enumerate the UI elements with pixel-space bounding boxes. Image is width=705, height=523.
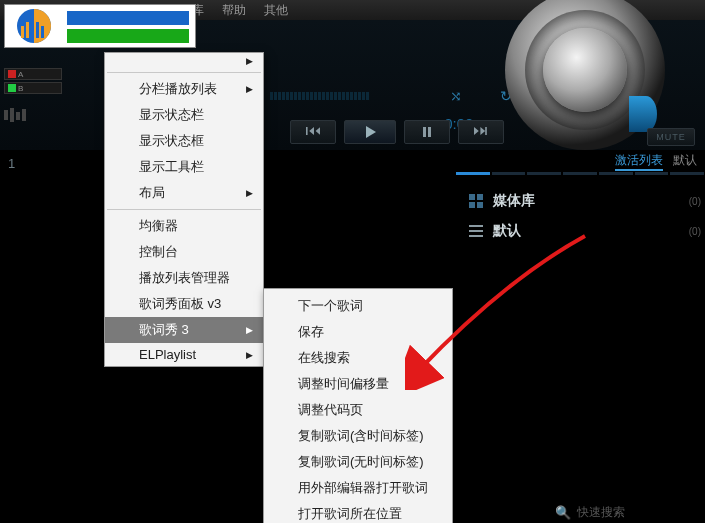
item-count: (0) [689, 196, 701, 207]
menu-item-console[interactable]: 控制台 [105, 239, 263, 265]
chevron-right-icon: ▶ [246, 56, 253, 66]
skip-back-icon [306, 127, 320, 137]
chevron-right-icon: ▶ [246, 350, 253, 360]
submenu-open-external-editor[interactable]: 用外部编辑器打开歌词 [264, 475, 452, 501]
view-context-menu: ▶ 分栏播放列表▶ 显示状态栏 显示状态框 显示工具栏 布局▶ 均衡器 控制台 … [104, 52, 264, 367]
svg-rect-18 [41, 26, 44, 38]
next-button[interactable] [458, 120, 504, 144]
svg-rect-9 [477, 202, 483, 208]
chevron-right-icon: ▶ [246, 188, 253, 198]
volume-knob[interactable] [505, 0, 665, 150]
right-list: 媒体库 (0) 默认 (0) [465, 186, 705, 246]
svg-rect-15 [26, 22, 29, 38]
list-item-label: 媒体库 [493, 192, 535, 210]
prev-button[interactable] [290, 120, 336, 144]
top-menu: 体库 帮助 其他 [180, 2, 288, 19]
menu-help[interactable]: 帮助 [222, 2, 246, 19]
skip-forward-icon [474, 127, 488, 137]
list-item-default[interactable]: 默认 (0) [465, 216, 705, 246]
transport-controls [290, 120, 504, 144]
play-icon [364, 126, 376, 138]
tab-default[interactable]: 默认 [673, 152, 697, 171]
submenu-copy-without-timestamps[interactable]: 复制歌词(无时间标签) [264, 449, 452, 475]
search-icon: 🔍 [555, 505, 571, 520]
menu-item[interactable]: ▶ [105, 53, 263, 69]
menu-item-statusbar[interactable]: 显示状态栏 [105, 102, 263, 128]
pause-icon [422, 127, 432, 137]
eq-icon[interactable] [4, 108, 62, 125]
tab-indicator-row [455, 172, 705, 176]
svg-rect-10 [469, 225, 483, 227]
svg-rect-4 [16, 112, 20, 120]
list-item-media-library[interactable]: 媒体库 (0) [465, 186, 705, 216]
submenu-save[interactable]: 保存 [264, 319, 452, 345]
list-item-label: 默认 [493, 222, 521, 240]
mute-button[interactable]: MUTE [647, 128, 695, 146]
quick-search[interactable]: 🔍 快速搜索 [555, 504, 625, 521]
submenu-copy-with-timestamps[interactable]: 复制歌词(含时间标签) [264, 423, 452, 449]
menu-separator [107, 72, 261, 73]
logo-bar-1 [67, 11, 189, 25]
playlist-tabs: 激活列表 默认 [615, 152, 705, 171]
menu-item-lyric-show-3[interactable]: 歌词秀 3▶ [105, 317, 263, 343]
menu-item-columns[interactable]: 分栏播放列表▶ [105, 76, 263, 102]
menu-item-toolbar[interactable]: 显示工具栏 [105, 154, 263, 180]
svg-rect-11 [469, 230, 483, 232]
svg-rect-7 [477, 194, 483, 200]
quick-search-label: 快速搜索 [577, 504, 625, 521]
svg-rect-16 [31, 18, 34, 38]
menu-separator [107, 209, 261, 210]
marker-a[interactable]: A [4, 68, 62, 80]
submenu-adjust-time-offset[interactable]: 调整时间偏移量 [264, 371, 452, 397]
svg-rect-6 [469, 194, 475, 200]
shuffle-button[interactable]: ⤭ [450, 88, 462, 104]
pause-button[interactable] [404, 120, 450, 144]
logo-bar-2 [67, 29, 189, 43]
menu-item-playlist-manager[interactable]: 播放列表管理器 [105, 265, 263, 291]
svg-rect-3 [10, 108, 14, 122]
submenu-adjust-codepage[interactable]: 调整代码页 [264, 397, 452, 423]
svg-rect-2 [4, 110, 8, 120]
menu-item-lyric-panel-v3[interactable]: 歌词秀面板 v3 [105, 291, 263, 317]
svg-rect-0 [423, 127, 426, 137]
svg-rect-17 [36, 22, 39, 38]
left-controls: A B [4, 68, 62, 125]
menu-item-layout[interactable]: 布局▶ [105, 180, 263, 206]
menu-item-statusbox[interactable]: 显示状态框 [105, 128, 263, 154]
list-icon [469, 224, 483, 238]
svg-rect-5 [22, 109, 26, 121]
chevron-right-icon: ▶ [246, 325, 253, 335]
chevron-right-icon: ▶ [246, 84, 253, 94]
svg-rect-8 [469, 202, 475, 208]
submenu-online-search[interactable]: 在线搜索 [264, 345, 452, 371]
submenu-open-lyric-location[interactable]: 打开歌词所在位置 [264, 501, 452, 523]
grid-icon [469, 194, 483, 208]
svg-rect-1 [428, 127, 431, 137]
item-count: (0) [689, 226, 701, 237]
svg-rect-14 [21, 26, 24, 38]
submenu-next-lyric[interactable]: 下一个歌词 [264, 293, 452, 319]
marker-b[interactable]: B [4, 82, 62, 94]
play-button[interactable] [344, 120, 396, 144]
menu-other[interactable]: 其他 [264, 2, 288, 19]
menu-item-equalizer[interactable]: 均衡器 [105, 213, 263, 239]
app-logo [4, 4, 196, 48]
svg-rect-12 [469, 235, 483, 237]
track-number: 1 [8, 156, 15, 171]
logo-icon [9, 8, 59, 44]
menu-item-elplaylist[interactable]: ELPlaylist▶ [105, 343, 263, 366]
spectrum-visualizer [270, 70, 430, 100]
lyric-submenu: 下一个歌词 保存 在线搜索 调整时间偏移量 调整代码页 复制歌词(含时间标签) … [263, 288, 453, 523]
tab-active-list[interactable]: 激活列表 [615, 152, 663, 171]
